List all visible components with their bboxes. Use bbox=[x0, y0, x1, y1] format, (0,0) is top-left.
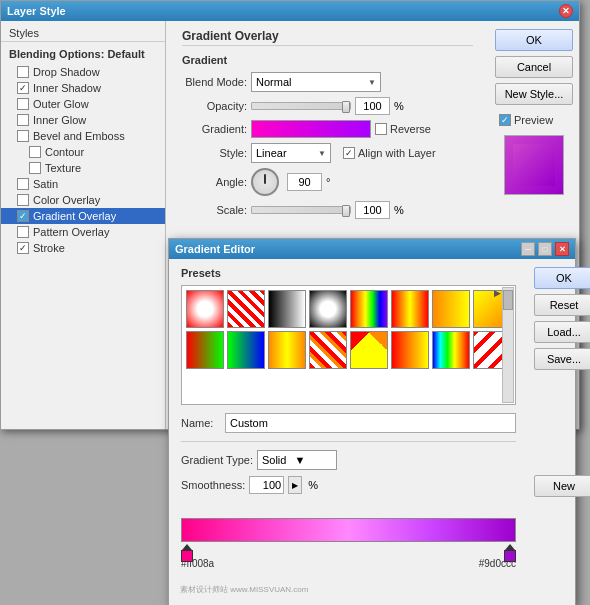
grad-new-button-container: New bbox=[534, 475, 590, 497]
grad-new-button[interactable]: New bbox=[534, 475, 590, 497]
scale-label: Scale: bbox=[182, 204, 247, 216]
texture-checkbox[interactable] bbox=[29, 162, 41, 174]
preset-item[interactable] bbox=[391, 290, 429, 328]
blending-options-label: Blending Options: Default bbox=[9, 48, 145, 60]
scale-slider-track[interactable] bbox=[251, 206, 351, 214]
align-layer-checkbox[interactable] bbox=[343, 147, 355, 159]
gradient-editor-dialog: Gradient Editor ─ □ ✕ Presets bbox=[168, 238, 576, 605]
preset-item[interactable] bbox=[186, 331, 224, 369]
inner-glow-item[interactable]: Inner Glow bbox=[1, 112, 165, 128]
reverse-checkbox[interactable] bbox=[375, 123, 387, 135]
angle-label: Angle: bbox=[182, 176, 247, 188]
inner-shadow-checkbox[interactable] bbox=[17, 82, 29, 94]
preview-checkbox[interactable] bbox=[499, 114, 511, 126]
grad-ok-button[interactable]: OK bbox=[534, 267, 590, 289]
preset-item[interactable] bbox=[391, 331, 429, 369]
scale-row: Scale: % bbox=[182, 201, 473, 219]
pattern-overlay-item[interactable]: Pattern Overlay bbox=[1, 224, 165, 240]
preset-item[interactable] bbox=[227, 290, 265, 328]
satin-item[interactable]: Satin bbox=[1, 176, 165, 192]
color-stop-right[interactable] bbox=[504, 544, 516, 562]
scrollbar-thumb[interactable] bbox=[503, 290, 513, 310]
scale-input[interactable] bbox=[355, 201, 390, 219]
opacity-slider-track[interactable] bbox=[251, 102, 351, 110]
color-overlay-checkbox[interactable] bbox=[17, 194, 29, 206]
pattern-overlay-checkbox[interactable] bbox=[17, 226, 29, 238]
name-input[interactable] bbox=[225, 413, 516, 433]
stroke-checkbox[interactable] bbox=[17, 242, 29, 254]
preset-item[interactable] bbox=[432, 290, 470, 328]
drop-shadow-item[interactable]: Drop Shadow bbox=[1, 64, 165, 80]
color-stop-left[interactable] bbox=[181, 544, 193, 562]
outer-glow-item[interactable]: Outer Glow bbox=[1, 96, 165, 112]
blend-mode-dropdown[interactable]: Normal ▼ bbox=[251, 72, 381, 92]
close-icon[interactable]: ✕ bbox=[555, 242, 569, 256]
bevel-emboss-label: Bevel and Emboss bbox=[33, 130, 125, 142]
layer-style-title: Layer Style bbox=[7, 5, 66, 17]
grad-right-buttons: OK Reset Load... Save... New bbox=[528, 259, 590, 605]
preset-item[interactable] bbox=[432, 331, 470, 369]
preset-item[interactable] bbox=[309, 290, 347, 328]
texture-item[interactable]: Texture bbox=[1, 160, 165, 176]
contour-checkbox[interactable] bbox=[29, 146, 41, 158]
gradient-bar[interactable] bbox=[181, 518, 516, 542]
opacity-input[interactable] bbox=[355, 97, 390, 115]
style-row: Style: Linear ▼ Align with Layer bbox=[182, 143, 473, 163]
styles-header: Styles bbox=[1, 25, 165, 42]
grad-reset-button[interactable]: Reset bbox=[534, 294, 590, 316]
stroke-item[interactable]: Stroke bbox=[1, 240, 165, 256]
contour-item[interactable]: Contour bbox=[1, 144, 165, 160]
blending-options-item[interactable]: Blending Options: Default bbox=[1, 46, 165, 62]
style-dropdown[interactable]: Linear ▼ bbox=[251, 143, 331, 163]
grad-save-button[interactable]: Save... bbox=[534, 348, 590, 370]
minimize-icon[interactable]: ─ bbox=[521, 242, 535, 256]
preset-item[interactable] bbox=[350, 290, 388, 328]
gradient-editor-title: Gradient Editor bbox=[175, 243, 255, 255]
preset-item[interactable] bbox=[350, 331, 388, 369]
drop-shadow-checkbox[interactable] bbox=[17, 66, 29, 78]
gradient-preview[interactable] bbox=[251, 120, 371, 138]
name-row: Name: bbox=[181, 413, 516, 433]
presets-arrow-icon[interactable]: ▶ bbox=[494, 288, 501, 298]
opacity-slider-thumb[interactable] bbox=[342, 101, 350, 113]
bevel-emboss-checkbox[interactable] bbox=[17, 130, 29, 142]
scale-slider-thumb[interactable] bbox=[342, 205, 350, 217]
angle-dial[interactable] bbox=[251, 168, 279, 196]
watermark: 素材设计师站 www.MISSVUAN.com bbox=[180, 584, 308, 595]
angle-input[interactable] bbox=[287, 173, 322, 191]
opacity-slider-container: % bbox=[251, 97, 404, 115]
grad-load-button[interactable]: Load... bbox=[534, 321, 590, 343]
gradient-bar-area: #ff008a #9d0ccc bbox=[181, 504, 516, 569]
gradient-type-arrow-icon: ▼ bbox=[294, 454, 305, 466]
gradient-overlay-item[interactable]: Gradient Overlay bbox=[1, 208, 165, 224]
satin-checkbox[interactable] bbox=[17, 178, 29, 190]
subsection-title: Gradient bbox=[182, 54, 473, 66]
outer-glow-checkbox[interactable] bbox=[17, 98, 29, 110]
gradient-overlay-checkbox[interactable] bbox=[17, 210, 29, 222]
presets-scrollbar[interactable] bbox=[502, 287, 514, 403]
preset-item[interactable] bbox=[186, 290, 224, 328]
style-arrow-icon: ▼ bbox=[318, 149, 326, 158]
maximize-icon[interactable]: □ bbox=[538, 242, 552, 256]
inner-glow-checkbox[interactable] bbox=[17, 114, 29, 126]
contour-label: Contour bbox=[45, 146, 84, 158]
gradient-row: Gradient: Reverse bbox=[182, 120, 473, 138]
cancel-button[interactable]: Cancel bbox=[495, 56, 573, 78]
new-style-button[interactable]: New Style... bbox=[495, 83, 573, 105]
opacity-unit: % bbox=[394, 100, 404, 112]
color-overlay-item[interactable]: Color Overlay bbox=[1, 192, 165, 208]
preset-item[interactable] bbox=[268, 331, 306, 369]
blend-mode-value: Normal bbox=[256, 76, 291, 88]
ok-button[interactable]: OK bbox=[495, 29, 573, 51]
gradient-type-dropdown[interactable]: Solid ▼ bbox=[257, 450, 337, 470]
preset-item[interactable] bbox=[227, 331, 265, 369]
preset-item[interactable] bbox=[309, 331, 347, 369]
smoothness-input[interactable] bbox=[249, 476, 284, 494]
smoothness-stepper[interactable]: ▶ bbox=[288, 476, 302, 494]
gradient-editor-body: Presets bbox=[169, 259, 575, 605]
inner-shadow-item[interactable]: Inner Shadow bbox=[1, 80, 165, 96]
preset-item[interactable] bbox=[268, 290, 306, 328]
angle-row: Angle: ° bbox=[182, 168, 473, 196]
close-icon[interactable]: ✕ bbox=[559, 4, 573, 18]
bevel-emboss-item[interactable]: Bevel and Emboss bbox=[1, 128, 165, 144]
